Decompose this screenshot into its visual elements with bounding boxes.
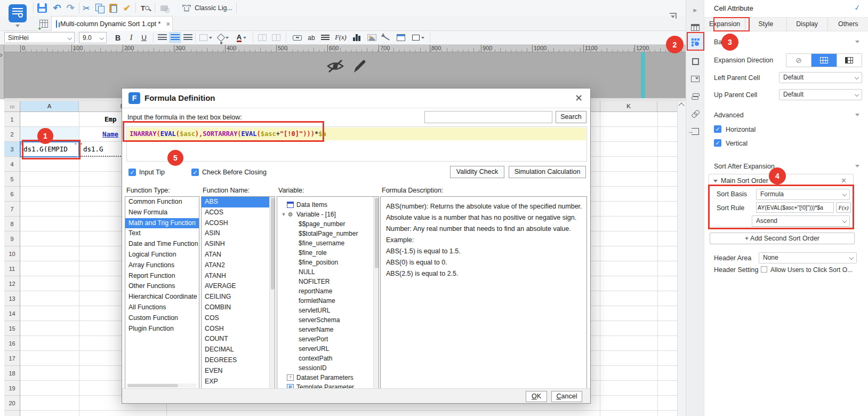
fill-color-button[interactable] bbox=[215, 32, 231, 43]
insert-chart-button[interactable] bbox=[350, 32, 363, 43]
variable-item[interactable]: serverSchema bbox=[277, 315, 379, 325]
insert-image-button[interactable] bbox=[365, 32, 379, 43]
row-header-18[interactable]: 18 bbox=[4, 366, 20, 381]
image-search-button[interactable] bbox=[157, 2, 172, 14]
expand-none-option[interactable]: ⊘ bbox=[786, 54, 811, 67]
tab-others[interactable]: Others bbox=[828, 18, 868, 31]
font-family-select[interactable]: SimHei bbox=[4, 32, 75, 43]
function-name-item[interactable]: ASINH bbox=[202, 239, 275, 250]
variable-item[interactable]: sessionID bbox=[277, 363, 379, 373]
underline-button[interactable]: U bbox=[138, 32, 150, 43]
advanced-section-header[interactable]: Advanced bbox=[714, 111, 744, 119]
column-header-A[interactable]: A bbox=[20, 101, 79, 111]
function-name-item[interactable]: CEILING bbox=[202, 292, 275, 302]
check-before-closing-checkbox[interactable]: ✓ Check Before Closing bbox=[191, 167, 267, 178]
function-type-item[interactable]: Common Function bbox=[125, 197, 199, 207]
validity-check-button[interactable]: Validity Check bbox=[450, 166, 504, 178]
collapse-caret-icon[interactable] bbox=[855, 114, 859, 118]
function-type-item[interactable]: Hierarchical Coordinate F bbox=[125, 292, 199, 302]
function-name-item[interactable]: DECIMAL bbox=[202, 345, 275, 355]
allow-click-sort-checkbox[interactable] bbox=[761, 266, 767, 273]
variable-item[interactable]: Data Items bbox=[277, 200, 379, 210]
variable-tree[interactable]: Data Items▼⚙Variable - [16]$$page_number… bbox=[277, 196, 379, 389]
row-header-11[interactable]: 11 bbox=[4, 261, 20, 276]
function-type-item[interactable]: Report Function bbox=[125, 271, 199, 282]
collapse-panel-button[interactable]: ▶ bbox=[686, 2, 704, 18]
row-header-14[interactable]: 14 bbox=[4, 306, 20, 321]
row-header-17[interactable]: 17 bbox=[4, 351, 20, 366]
function-name-item[interactable]: COMBIN bbox=[202, 302, 275, 313]
left-parent-select[interactable]: Default bbox=[779, 72, 862, 83]
sheet-vertical-scrollbar[interactable] bbox=[677, 101, 686, 416]
tab-active-template[interactable]: Multi-column Dynamic Sort 1.cpt * × bbox=[51, 16, 173, 31]
function-name-item[interactable]: ASIN bbox=[202, 228, 275, 239]
border-button[interactable] bbox=[198, 32, 214, 43]
function-name-item[interactable]: EVEN bbox=[202, 366, 275, 377]
tab-style[interactable]: Style bbox=[745, 18, 786, 31]
row-header-10[interactable]: 10 bbox=[4, 246, 20, 261]
insert-line-button[interactable] bbox=[380, 32, 392, 43]
insert-subreport-button[interactable] bbox=[394, 32, 408, 43]
row-header-19[interactable]: 19 bbox=[4, 381, 20, 396]
merge-cells-button[interactable] bbox=[256, 32, 269, 43]
scroll-up-icon[interactable] bbox=[678, 102, 684, 108]
italic-button[interactable]: I bbox=[125, 32, 137, 43]
row-header-20[interactable]: 20 bbox=[4, 396, 20, 411]
row-header-15[interactable]: 15 bbox=[4, 321, 20, 336]
tab-close-icon[interactable]: × bbox=[166, 20, 170, 28]
function-name-item[interactable]: ATAN bbox=[202, 250, 275, 260]
variable-item[interactable]: ?Dataset Parameters bbox=[277, 373, 379, 382]
simulation-calculation-button[interactable]: Simulation Calculation bbox=[509, 166, 586, 178]
present-tab[interactable] bbox=[686, 123, 704, 139]
bold-button[interactable]: B bbox=[112, 32, 124, 43]
select-all-corner[interactable] bbox=[4, 101, 20, 112]
variable-item[interactable]: servletURL bbox=[277, 306, 379, 315]
function-type-item[interactable]: Other Functions bbox=[125, 281, 199, 292]
row-header-16[interactable]: 16 bbox=[4, 336, 20, 351]
rich-text-button[interactable] bbox=[319, 32, 332, 43]
expand-horizontal-option[interactable] bbox=[837, 54, 862, 67]
row-header-5[interactable]: 5 bbox=[4, 172, 20, 187]
collapse-caret-icon[interactable] bbox=[713, 180, 718, 185]
insert-shape-button[interactable] bbox=[409, 32, 427, 43]
insert-text-button[interactable]: ab bbox=[305, 32, 318, 43]
row-header-7[interactable]: 7 bbox=[4, 202, 20, 217]
font-color-button[interactable]: A bbox=[234, 32, 250, 43]
hyperlink-tab[interactable] bbox=[686, 106, 704, 122]
dialog-close-icon[interactable]: ✕ bbox=[575, 92, 583, 104]
row-header-3[interactable]: 3 bbox=[4, 142, 20, 157]
variable-item[interactable]: serverName bbox=[277, 325, 379, 334]
function-type-item[interactable]: All Functions bbox=[125, 302, 199, 313]
row-header-8[interactable]: 8 bbox=[4, 217, 20, 231]
dock-layout-icon[interactable] bbox=[670, 13, 678, 19]
function-name-item[interactable]: ABS bbox=[202, 197, 275, 207]
undo-button[interactable]: ↶ bbox=[51, 2, 63, 14]
align-right-button[interactable] bbox=[182, 32, 194, 43]
expand-vertical-option[interactable] bbox=[811, 54, 837, 67]
function-name-list[interactable]: ABSACOSACOSHASINASINHATANATAN2ATANHAVERA… bbox=[201, 196, 275, 389]
row-header-1[interactable]: 1 bbox=[4, 112, 20, 127]
up-parent-select[interactable]: Default bbox=[779, 89, 862, 100]
cell-B2-text[interactable]: Name bbox=[102, 130, 118, 138]
pin-icon[interactable]: ✓ bbox=[854, 3, 861, 12]
collapse-caret-icon[interactable] bbox=[855, 165, 859, 170]
variable-item[interactable]: $fine_role bbox=[277, 248, 379, 258]
function-name-item[interactable]: COS bbox=[202, 313, 275, 324]
remove-sort-icon[interactable]: ✕ bbox=[841, 177, 847, 185]
function-type-item[interactable]: Date and Time Function bbox=[125, 239, 199, 250]
variable-vscrollbar[interactable] bbox=[373, 197, 379, 389]
search-input[interactable] bbox=[424, 111, 552, 123]
widget-settings-tab[interactable] bbox=[686, 53, 704, 69]
row-header-9[interactable]: 9 bbox=[4, 231, 20, 246]
variable-item[interactable]: reportName bbox=[277, 286, 379, 296]
insert-formula-button[interactable]: F(x) bbox=[333, 32, 349, 43]
insert-textfield-button[interactable] bbox=[290, 32, 304, 43]
save-button[interactable] bbox=[35, 2, 49, 14]
cut-button[interactable]: ✂ bbox=[80, 2, 93, 14]
align-left-button[interactable] bbox=[156, 32, 168, 43]
cell-B3-text[interactable]: ds1.G bbox=[83, 145, 103, 153]
search-button[interactable]: Search bbox=[556, 111, 586, 123]
function-name-item[interactable]: ATAN2 bbox=[202, 260, 275, 271]
function-name-item[interactable]: ATANH bbox=[202, 271, 275, 282]
function-name-item[interactable]: ACOS bbox=[202, 207, 275, 218]
